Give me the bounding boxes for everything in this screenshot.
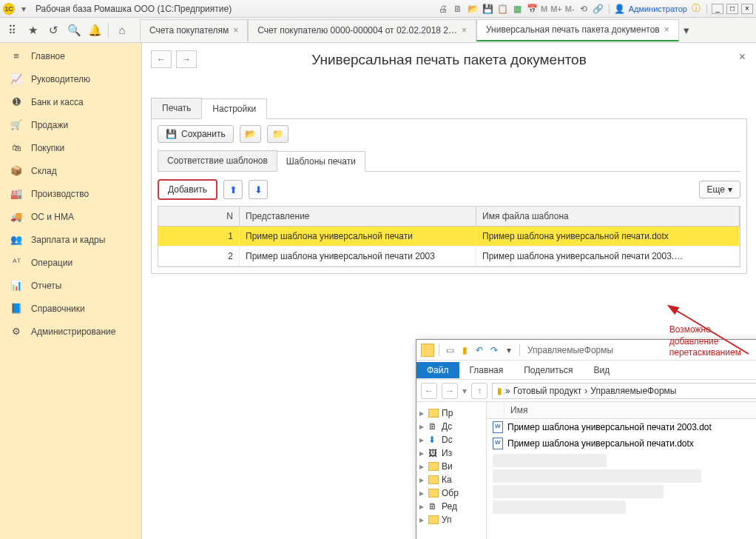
search-icon[interactable]: 🔍 [67,23,81,38]
tree-expand-icon[interactable]: ▸ [419,448,425,458]
doc-icon[interactable]: 🗎 [452,3,464,15]
tab-menu-icon[interactable]: ▾ [679,23,694,38]
qa-folder-icon[interactable]: ▮ [459,344,470,356]
col-n[interactable]: N [158,207,240,226]
nav-back-button[interactable]: ← [151,50,172,68]
doc-tab-2[interactable]: Универсальная печать пакета документов× [476,19,679,41]
ex-up-button[interactable]: ↑ [471,383,487,399]
breadcrumb[interactable]: ▮ » Готовый продукт › УправляемыеФормы ⌄ [492,383,756,399]
tab-settings[interactable]: Настройки [201,98,267,119]
mem-m[interactable]: M [541,4,547,13]
file-row[interactable]: Пример шаблона универсальной печати 2003… [487,419,756,435]
breadcrumb-item[interactable]: УправляемыеФормы [590,386,676,396]
qa-explorer-icon[interactable]: ▭ [444,344,456,356]
sidebar-item-1[interactable]: 📈Руководителю [0,67,141,90]
ribbon-share[interactable]: Поделиться [513,362,583,378]
tree-expand-icon[interactable]: ▸ [419,515,425,525]
tree-item[interactable]: ▸Пр [419,406,483,420]
export-folder-button[interactable]: 📁 [267,125,288,143]
sidebar-item-6[interactable]: 🏭Производство [0,182,141,205]
ribbon-home[interactable]: Главная [459,362,514,378]
sidebar-item-4[interactable]: 🛍Покупки [0,136,141,159]
qa-redo-icon[interactable]: ↷ [488,344,500,356]
col-rep[interactable]: Представление [240,207,476,226]
save-icon[interactable]: 💾 [482,3,493,15]
ex-back-button[interactable]: ← [421,383,437,399]
close-icon[interactable]: × [664,24,669,35]
bell-icon[interactable]: 🔔 [87,23,102,38]
star-icon[interactable]: ★ [25,23,40,38]
tab-print[interactable]: Печать [151,98,202,118]
tree-item[interactable]: ▸Ви [419,460,483,473]
print-icon[interactable]: 🖨 [437,3,449,15]
qa-dropdown-icon[interactable]: ▾ [503,344,515,356]
tree-expand-icon[interactable]: ▸ [419,475,425,485]
doc-tab-0[interactable]: Счета покупателям× [140,19,248,41]
tree-expand-icon[interactable]: ▸ [419,421,425,432]
tree-item[interactable]: ▸Обр [419,486,483,500]
table-row[interactable]: 2Пример шаблона универсальной печати 200… [158,247,740,267]
file-row[interactable]: Пример шаблона универсальной печати.dotx… [487,435,756,452]
sidebar-item-2[interactable]: ➊Банк и касса [0,90,141,113]
back-sm-icon[interactable]: ⟲ [578,3,590,15]
sidebar-item-10[interactable]: 📊Отчеты [0,274,141,297]
open-icon[interactable]: 📂 [467,3,479,15]
tree-expand-icon[interactable]: ▸ [419,435,425,445]
info-icon[interactable]: ⓘ [690,3,702,15]
sidebar-item-9[interactable]: ᴬᵀОперации [0,251,141,274]
col-name[interactable]: Имя [504,402,756,418]
tree-item[interactable]: ▸🗎Дс [419,420,483,433]
open-folder-button[interactable]: 📂 [240,125,261,143]
sidebar-item-8[interactable]: 👥Зарплата и кадры [0,228,141,251]
mem-mminus[interactable]: M- [565,4,575,13]
table-row[interactable]: 1Пример шаблона универсальной печатиПрим… [158,227,740,247]
save-button[interactable]: 💾Сохранить [158,125,234,143]
more-button[interactable]: Еще▾ [699,181,740,198]
sidebar-item-5[interactable]: 📦Склад [0,159,141,182]
tree-item[interactable]: ▸⬇Dс [419,433,483,446]
sidebar-item-11[interactable]: 📘Справочники [0,297,141,320]
close-button[interactable]: × [741,4,753,14]
admin-label[interactable]: Администратор [629,4,687,13]
folder-icon [421,344,434,357]
home-icon[interactable]: ⌂ [115,23,129,38]
calendar-icon[interactable]: 📅 [526,3,538,15]
nav-fwd-button[interactable]: → [176,50,197,68]
tree-item[interactable]: ▸🗎Ред [419,500,483,513]
close-icon[interactable]: × [462,25,467,36]
sidebar-item-12[interactable]: ⚙Администрирование [0,320,141,343]
move-down-button[interactable]: ⬇ [249,180,268,199]
maximize-button[interactable]: □ [726,4,738,14]
doc-tab-1[interactable]: Счет покупателю 0000-000004 от 02.02.201… [248,19,476,41]
dropdown-icon[interactable]: ▾ [18,3,30,15]
move-up-button[interactable]: ⬆ [223,180,243,199]
sidebar-item-3[interactable]: 🛒Продажи [0,113,141,136]
calc-icon[interactable]: ▦ [511,3,523,15]
sidebar-item-0[interactable]: ≡Главное [0,44,141,67]
breadcrumb-item[interactable]: Готовый продукт [513,386,582,396]
page-close-button[interactable]: × [739,50,746,64]
sidebar-item-7[interactable]: 🚚ОС и НМА [0,205,141,228]
ex-fwd-button[interactable]: → [442,383,458,399]
subtab-templates[interactable]: Шаблоны печати [277,151,365,172]
tree-expand-icon[interactable]: ▸ [419,501,425,512]
subtab-correspondence[interactable]: Соответствие шаблонов [158,150,277,171]
tree-item[interactable]: ▸🖼Из [419,446,483,460]
col-file[interactable]: Имя файла шаблона [476,207,740,226]
tree-expand-icon[interactable]: ▸ [419,488,425,498]
link-icon[interactable]: 🔗 [593,3,604,15]
tree-item[interactable]: ▸Ка [419,473,483,486]
tree-expand-icon[interactable]: ▸ [419,408,425,418]
minimize-button[interactable]: _ [712,4,723,14]
ribbon-file[interactable]: Файл [416,362,459,378]
apps-icon[interactable]: ⠿ [4,23,19,38]
tree-expand-icon[interactable]: ▸ [419,461,425,472]
tree-item[interactable]: ▸Уп [419,513,483,526]
ex-history-icon[interactable]: ▾ [462,386,467,396]
close-icon[interactable]: × [233,25,238,36]
mem-mplus[interactable]: M+ [550,4,562,13]
qa-undo-icon[interactable]: ↶ [473,344,485,356]
clipboard-icon[interactable]: 📋 [496,3,508,15]
add-button[interactable]: Добавить [158,179,217,200]
history-icon[interactable]: ↺ [46,23,61,38]
